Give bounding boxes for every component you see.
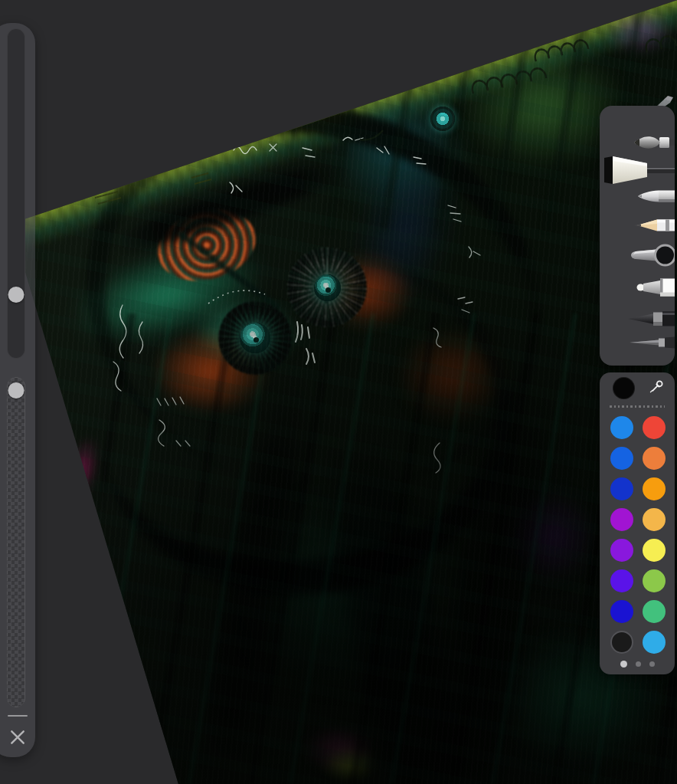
color-swatch[interactable]	[610, 631, 633, 654]
toolbar-divider	[8, 715, 28, 717]
brush-airbrush[interactable]	[600, 240, 675, 271]
current-color-swatch[interactable]	[613, 377, 635, 399]
color-swatch[interactable]	[610, 539, 633, 562]
eyedropper-icon	[647, 378, 666, 396]
brush-marker[interactable]	[600, 272, 675, 303]
brush-size-slider[interactable]	[7, 28, 25, 359]
color-panel	[600, 372, 675, 674]
eyedropper-button[interactable]	[646, 376, 667, 398]
close-icon	[9, 729, 26, 746]
brush-opacity-slider[interactable]	[7, 377, 25, 707]
color-swatch[interactable]	[643, 539, 666, 562]
palette-page-dot[interactable]	[649, 661, 655, 667]
color-swatch[interactable]	[643, 416, 666, 439]
left-toolbar	[0, 23, 35, 757]
color-swatch[interactable]	[610, 416, 633, 439]
swatch-grid	[610, 416, 666, 654]
color-swatch[interactable]	[643, 631, 666, 654]
brush-panel	[600, 106, 675, 366]
brush-fine-liner[interactable]	[600, 327, 675, 358]
brush-opacity-handle[interactable]	[8, 382, 25, 399]
color-swatch[interactable]	[610, 447, 633, 470]
brush-pencil[interactable]	[600, 210, 675, 241]
color-swatch[interactable]	[643, 508, 666, 531]
palette-page-dot[interactable]	[636, 661, 641, 667]
color-swatch[interactable]	[610, 600, 633, 623]
brush-size-handle[interactable]	[8, 287, 25, 303]
palette-page-dots	[600, 657, 675, 671]
canvas-artwork[interactable]	[0, 0, 677, 784]
color-swatch[interactable]	[643, 600, 666, 623]
color-swatch[interactable]	[643, 447, 666, 470]
palette-page-dot[interactable]	[620, 661, 627, 668]
color-swatch[interactable]	[643, 569, 666, 592]
brush-pointed-ink[interactable]	[600, 181, 675, 212]
color-swatch[interactable]	[610, 569, 633, 592]
dotted-divider	[610, 405, 665, 408]
color-swatch[interactable]	[610, 477, 633, 500]
color-swatch[interactable]	[610, 508, 633, 531]
close-button[interactable]	[9, 729, 26, 746]
color-swatch[interactable]	[643, 477, 666, 500]
